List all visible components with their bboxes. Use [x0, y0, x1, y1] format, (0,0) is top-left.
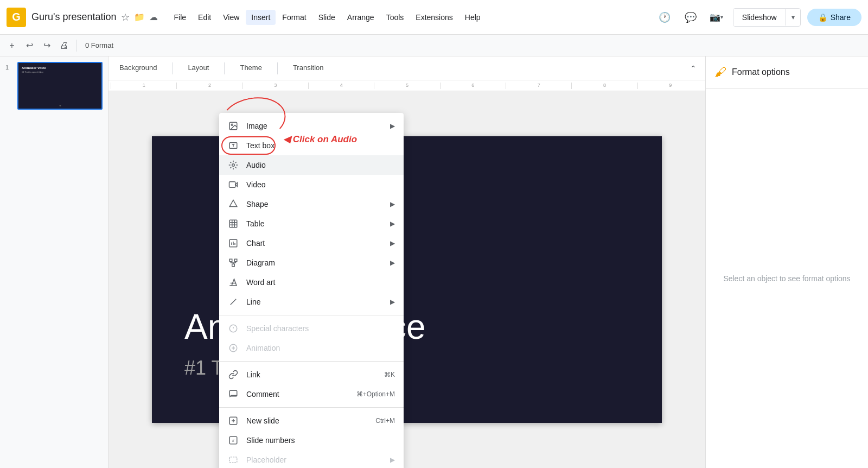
svg-text:#: #: [232, 438, 235, 443]
slideshow-button[interactable]: Slideshow ▾: [733, 8, 801, 27]
meet-button[interactable]: 📷▾: [707, 8, 726, 27]
transition-button[interactable]: Transition: [291, 60, 326, 76]
history-button[interactable]: 🕐: [655, 8, 674, 27]
menu-view[interactable]: View: [218, 10, 245, 25]
insert-image-item[interactable]: Image ▶: [219, 116, 404, 136]
table-label: Table: [246, 219, 382, 228]
ruler-mark: 8: [571, 83, 637, 89]
print-button[interactable]: 🖨: [56, 38, 72, 53]
animation-label: Animation: [246, 344, 395, 352]
insert-table-item[interactable]: Table ▶: [219, 214, 404, 233]
diagram-arrow: ▶: [390, 259, 395, 267]
menu-tools[interactable]: Tools: [381, 10, 410, 25]
new-slide-icon: [228, 415, 239, 426]
slide-thumb-sub: #1 Text-to-speech App: [22, 71, 98, 73]
shape-arrow: ▶: [390, 200, 395, 208]
insert-comment-item[interactable]: Comment ⌘+Option+M: [219, 384, 404, 404]
options-divider-3: [277, 62, 278, 74]
image-label: Image: [246, 122, 382, 130]
chart-arrow: ▶: [390, 239, 395, 247]
video-icon: [228, 179, 239, 190]
audio-label: Audio: [246, 161, 395, 169]
slide-thumb-dot: [59, 105, 61, 106]
textbox-icon: [228, 140, 239, 151]
insert-audio-item[interactable]: Audio: [219, 155, 404, 175]
table-arrow: ▶: [390, 220, 395, 227]
table-icon: [228, 218, 239, 229]
slide-canvas-area[interactable]: Animaker Voice #1 Text-to-speech App: [108, 91, 705, 468]
add-button[interactable]: +: [4, 38, 20, 53]
slideshow-dropdown-arrow[interactable]: ▾: [786, 9, 800, 26]
chart-label: Chart: [246, 239, 382, 248]
slide-thumbnails: 1 Animaker Voice #1 Text-to-speech App: [0, 56, 108, 468]
slide-thumbnail-1[interactable]: Animaker Voice #1 Text-to-speech App: [17, 62, 103, 110]
theme-button[interactable]: Theme: [238, 60, 264, 76]
svg-point-1: [231, 124, 233, 125]
insert-textbox-item[interactable]: Text box: [219, 136, 404, 155]
insert-shape-item[interactable]: Shape ▶: [219, 194, 404, 214]
format-panel-body: Select an object to see format options: [706, 88, 868, 468]
insert-line-item[interactable]: Line ▶: [219, 292, 404, 312]
menu-extensions[interactable]: Extensions: [410, 10, 458, 25]
slide-options-bar: Background Layout Theme Transition ⌃: [108, 56, 705, 80]
collapse-button[interactable]: ⌃: [690, 64, 697, 73]
comment-button[interactable]: 💬: [681, 8, 700, 27]
insert-diagram-item[interactable]: Diagram ▶: [219, 253, 404, 273]
placeholder-arrow: ▶: [390, 456, 395, 464]
new-slide-label: New slide: [246, 416, 368, 425]
link-shortcut: ⌘K: [384, 371, 395, 378]
menu-file[interactable]: File: [169, 10, 192, 25]
star-icon[interactable]: ☆: [121, 11, 130, 23]
insert-dropdown-menu: Image ▶ Text box Audio: [219, 113, 404, 468]
menu-slide[interactable]: Slide: [313, 10, 341, 25]
insert-link-item[interactable]: Link ⌘K: [219, 365, 404, 384]
app-logo: G: [7, 8, 26, 27]
ruler-marks: 1 2 3 4 5 6 7 8 9: [108, 83, 705, 89]
layout-button[interactable]: Layout: [186, 60, 211, 76]
slide-number-1: 1: [5, 62, 14, 71]
insert-wordart-item[interactable]: Word art: [219, 273, 404, 292]
textbox-label: Text box: [246, 141, 395, 150]
wordart-icon: [228, 277, 239, 288]
comment-label: Comment: [246, 390, 349, 399]
special-chars-label: Special characters: [246, 324, 395, 333]
menu-edit[interactable]: Edit: [193, 10, 216, 25]
insert-video-item[interactable]: Video: [219, 175, 404, 194]
ruler-mark: 7: [506, 83, 571, 89]
chart-icon: [228, 238, 239, 249]
main-layout: 1 Animaker Voice #1 Text-to-speech App B…: [0, 56, 868, 468]
svg-rect-4: [229, 182, 235, 188]
doc-title: Guru's presentation: [31, 11, 117, 23]
animation-icon: [228, 343, 239, 353]
svg-point-3: [232, 164, 235, 167]
menu-help[interactable]: Help: [459, 10, 486, 25]
insert-chart-item[interactable]: Chart ▶: [219, 233, 404, 253]
line-icon: [228, 296, 239, 307]
toolbar-divider-1: [76, 40, 76, 52]
menu-divider-2: [219, 361, 404, 362]
slideshow-label[interactable]: Slideshow: [733, 9, 786, 26]
svg-rect-9: [234, 259, 237, 262]
comment-icon-dd: [228, 389, 239, 400]
svg-rect-17: [229, 457, 237, 463]
new-slide-shortcut: Ctrl+M: [375, 417, 395, 425]
background-button[interactable]: Background: [117, 60, 159, 76]
folder-icon[interactable]: 📁: [134, 12, 145, 22]
share-button[interactable]: 🔒 Share: [807, 9, 861, 26]
undo-button[interactable]: ↩: [22, 38, 37, 53]
ruler-mark: 4: [308, 83, 374, 89]
menu-format[interactable]: Format: [277, 10, 311, 25]
menu-arrange[interactable]: Arrange: [342, 10, 380, 25]
menu-divider-3: [219, 407, 404, 408]
cloud-icon[interactable]: ☁: [149, 12, 158, 22]
svg-rect-6: [229, 220, 237, 227]
ruler-mark: 6: [440, 83, 506, 89]
ruler-mark: 5: [374, 83, 439, 89]
redo-button[interactable]: ↪: [39, 38, 54, 53]
insert-slide-numbers-item[interactable]: # Slide numbers: [219, 431, 404, 450]
insert-new-slide-item[interactable]: New slide Ctrl+M: [219, 411, 404, 431]
diagram-icon: [228, 257, 239, 268]
menu-insert[interactable]: Insert: [246, 10, 276, 25]
comment-shortcut: ⌘+Option+M: [356, 390, 395, 398]
line-label: Line: [246, 298, 382, 306]
